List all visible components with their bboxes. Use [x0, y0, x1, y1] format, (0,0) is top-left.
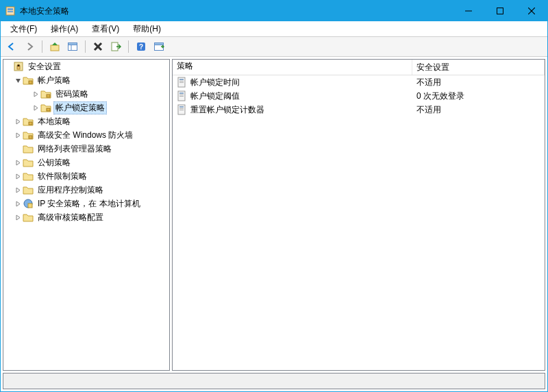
ipsec-icon [23, 198, 34, 209]
toolbar: ? [1, 37, 547, 57]
menu-file[interactable]: 文件(F) [3, 22, 44, 36]
tree-pane[interactable]: 安全设置 [3, 59, 170, 371]
policy-setting: 不适用 [416, 77, 441, 88]
tree-label: 应用程序控制策略 [36, 184, 105, 197]
tree-label: 高级安全 Windows 防火墙 [36, 129, 135, 142]
tree-label: 软件限制策略 [36, 170, 89, 183]
column-label: 策略 [177, 61, 193, 71]
tree-node-software-restriction[interactable]: 软件限制策略 [3, 169, 169, 183]
folder-icon [23, 157, 34, 168]
minimize-button[interactable] [453, 1, 484, 21]
policy-name: 帐户锁定时间 [190, 77, 240, 88]
list-item[interactable]: 帐户锁定时间 不适用 [173, 75, 545, 89]
tree-node-network-list-manager[interactable]: 网络列表管理器策略 [3, 142, 169, 156]
chevron-right-icon[interactable] [13, 199, 23, 208]
menu-help[interactable]: 帮助(H) [126, 22, 168, 36]
tree-node-local-policies[interactable]: 本地策略 [3, 114, 169, 128]
folder-icon [23, 75, 34, 86]
column-label: 安全设置 [416, 62, 449, 72]
svg-rect-25 [29, 136, 32, 138]
menu-action[interactable]: 操作(A) [44, 22, 85, 36]
svg-rect-2 [8, 11, 13, 12]
tree-node-app-control[interactable]: 应用程序控制策略 [3, 183, 169, 197]
help-button[interactable]: ? [133, 38, 149, 55]
svg-rect-21 [29, 81, 32, 84]
svg-rect-39 [179, 110, 184, 110]
back-button[interactable] [3, 38, 20, 55]
folder-icon [23, 212, 34, 223]
chevron-right-icon[interactable] [13, 171, 23, 181]
tree-node-advanced-audit[interactable]: 高级审核策略配置 [3, 210, 169, 224]
svg-text:?: ? [139, 43, 143, 51]
chevron-right-icon[interactable] [13, 185, 23, 195]
security-settings-icon [13, 61, 24, 72]
chevron-right-icon[interactable] [13, 158, 23, 167]
toolbar-separator [128, 40, 129, 53]
tree-node-account-policies[interactable]: 帐户策略 [3, 73, 169, 87]
folder-icon [23, 171, 34, 182]
list-header: ▲ 策略 安全设置 [173, 60, 545, 75]
expander-icon[interactable] [3, 62, 13, 71]
expander-icon[interactable] [13, 144, 23, 154]
properties-button[interactable] [151, 38, 167, 55]
chevron-right-icon[interactable] [13, 212, 23, 222]
svg-rect-1 [8, 8, 13, 10]
svg-rect-27 [28, 204, 32, 208]
menubar: 文件(F) 操作(A) 查看(V) 帮助(H) [1, 21, 547, 37]
svg-rect-35 [179, 96, 184, 97]
svg-rect-37 [179, 106, 184, 108]
svg-rect-34 [179, 95, 184, 95]
tree-node-ip-security[interactable]: IP 安全策略，在 本地计算机 [3, 197, 169, 210]
tree-label: 帐户锁定策略 [53, 101, 107, 114]
up-button[interactable] [47, 38, 63, 55]
svg-rect-23 [47, 108, 50, 111]
tree-label: 本地策略 [36, 115, 73, 128]
svg-rect-7 [51, 45, 59, 51]
policy-setting: 0 次无效登录 [416, 90, 464, 102]
chevron-right-icon[interactable] [31, 89, 40, 99]
list-item[interactable]: 重置帐户锁定计数器 不适用 [173, 103, 545, 117]
folder-icon [40, 102, 51, 113]
tree: 安全设置 [3, 60, 169, 224]
delete-button[interactable] [90, 38, 106, 55]
list-body[interactable]: 帐户锁定时间 不适用 帐户锁定阈值 [173, 75, 545, 370]
list-item[interactable]: 帐户锁定阈值 0 次无效登录 [173, 89, 545, 103]
tree-label: 网络列表管理器策略 [36, 143, 114, 156]
forward-button[interactable] [21, 38, 38, 55]
policy-icon [177, 104, 188, 115]
sort-ascending-icon: ▲ [177, 59, 408, 60]
folder-icon [40, 88, 51, 99]
folder-icon [23, 184, 34, 195]
menu-view[interactable]: 查看(V) [85, 22, 126, 36]
window-title: 本地安全策略 [20, 5, 69, 17]
chevron-down-icon[interactable] [13, 75, 23, 85]
column-header-policy[interactable]: ▲ 策略 [173, 60, 412, 75]
svg-rect-24 [29, 122, 32, 125]
tree-label: 密码策略 [53, 88, 90, 101]
maximize-button[interactable] [484, 1, 516, 21]
chevron-right-icon[interactable] [13, 130, 23, 140]
toolbar-separator [42, 40, 42, 53]
folder-icon [23, 143, 34, 154]
svg-rect-22 [47, 95, 50, 97]
svg-rect-30 [179, 81, 184, 82]
titlebar: 本地安全策略 [1, 1, 547, 21]
tree-node-password-policy[interactable]: 密码策略 [3, 87, 169, 101]
chevron-right-icon[interactable] [13, 117, 23, 126]
tree-node-account-lockout-policy[interactable]: 帐户锁定策略 [3, 101, 169, 114]
app-icon [5, 5, 16, 16]
folder-icon [23, 130, 34, 140]
policy-icon [177, 90, 188, 101]
close-button[interactable] [516, 1, 547, 21]
tree-label: IP 安全策略，在 本地计算机 [36, 197, 142, 210]
column-header-setting[interactable]: 安全设置 [412, 60, 545, 75]
svg-rect-20 [17, 66, 20, 69]
tree-label: 高级审核策略配置 [36, 211, 105, 224]
export-button[interactable] [108, 38, 124, 55]
tree-node-windows-firewall[interactable]: 高级安全 Windows 防火墙 [3, 128, 169, 142]
tree-node-root[interactable]: 安全设置 [3, 60, 169, 73]
tree-node-public-key-policies[interactable]: 公钥策略 [3, 156, 169, 169]
policy-name: 帐户锁定阈值 [190, 90, 240, 102]
chevron-right-icon[interactable] [31, 103, 40, 112]
show-hide-tree-button[interactable] [64, 38, 81, 55]
